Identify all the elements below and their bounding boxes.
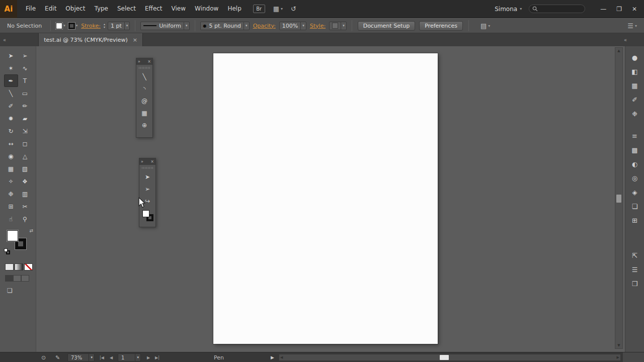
paintbrush-tool[interactable]: ✐ xyxy=(4,100,18,112)
minimize-button[interactable]: — xyxy=(600,6,606,13)
direct-selection-tool[interactable]: ➢ xyxy=(18,49,32,62)
rotate-tool[interactable]: ↻ xyxy=(4,125,18,137)
stroke-weight-select[interactable]: 1 pt ▾ xyxy=(108,22,130,30)
column-graph-tool[interactable]: ▥ xyxy=(18,188,32,200)
stepper-down-icon[interactable]: ▾ xyxy=(104,26,105,29)
pencil-tool[interactable]: ✏ xyxy=(18,100,32,112)
lasso-tool[interactable]: ∿ xyxy=(18,62,32,74)
collapse-panel-icon[interactable]: « xyxy=(0,37,9,43)
artboard-tool[interactable]: ⊞ xyxy=(4,200,18,213)
brush-definition-select[interactable]: ● 5 pt. Round ▾ xyxy=(200,22,250,30)
stroke-color-control[interactable]: ▾ xyxy=(68,23,78,29)
line-segment-tool[interactable]: ╲ xyxy=(138,71,150,83)
horizontal-scroll-thumb[interactable] xyxy=(440,355,449,360)
panel-symbols[interactable]: ❉ xyxy=(628,108,642,120)
first-artboard-button[interactable]: |◀ xyxy=(100,352,104,362)
menu-select[interactable]: Select xyxy=(113,0,140,18)
style-panel-link[interactable]: Style: xyxy=(310,23,326,29)
selection-tool[interactable]: ➤ xyxy=(141,171,153,183)
bridge-button[interactable]: Br xyxy=(253,5,265,13)
symbol-sprayer-tool[interactable]: ❉ xyxy=(4,188,18,200)
swap-fill-stroke-icon[interactable]: ⇄ xyxy=(29,228,33,233)
rectangle-tool[interactable]: ▭ xyxy=(18,87,32,100)
panel-artboards[interactable]: ⊞ xyxy=(628,214,642,226)
type-tool[interactable]: T xyxy=(18,74,32,87)
panel-grip[interactable] xyxy=(142,167,153,169)
expand-icon[interactable]: » xyxy=(138,58,140,65)
free-transform-tool[interactable]: ◻ xyxy=(18,137,32,150)
pen-tool[interactable]: ✒ xyxy=(4,74,18,87)
restore-button[interactable]: ❐ xyxy=(616,6,622,13)
fill-color-control[interactable]: ▾ xyxy=(56,23,65,29)
width-tool[interactable]: ↔ xyxy=(4,137,18,150)
expand-icon[interactable]: » xyxy=(141,158,143,165)
search-box[interactable] xyxy=(529,5,585,13)
arc-tool[interactable]: ◝ xyxy=(138,83,150,95)
panel-stroke[interactable]: ≡ xyxy=(628,130,642,142)
scale-tool[interactable]: ⇲ xyxy=(18,125,32,137)
control-panel-menu-icon[interactable]: ☰ ▾ xyxy=(627,22,637,30)
slice-tool[interactable]: ✂ xyxy=(18,200,32,213)
panel-transparency[interactable]: ◐ xyxy=(628,158,642,170)
sync-icon[interactable]: ↺ xyxy=(291,5,296,13)
blob-brush-tool[interactable]: ✹ xyxy=(4,112,18,125)
rectangular-grid-tool[interactable]: ▦ xyxy=(138,107,150,119)
shape-builder-tool[interactable]: ◉ xyxy=(4,150,18,162)
workspace-switcher[interactable]: ▦ ▾ xyxy=(273,5,283,13)
panel-pathfinder[interactable]: ❒ xyxy=(628,278,642,290)
menu-help[interactable]: Help xyxy=(223,0,246,18)
scroll-up-icon[interactable]: ▲ xyxy=(615,48,622,54)
panel-transform[interactable]: ⇱ xyxy=(628,249,642,261)
panel-layers[interactable]: ❏ xyxy=(628,200,642,212)
scroll-down-icon[interactable]: ▼ xyxy=(615,342,622,348)
panel-gradient[interactable]: ▩ xyxy=(628,144,642,156)
zoom-tool[interactable]: ⚲ xyxy=(18,213,32,225)
eyedropper-tool[interactable]: ✧ xyxy=(4,175,18,188)
color-button[interactable] xyxy=(5,263,14,270)
gradient-tool[interactable]: ▧ xyxy=(18,162,32,175)
menu-window[interactable]: Window xyxy=(190,0,223,18)
scroll-left-icon[interactable]: ◀ xyxy=(280,354,283,360)
line-segment-tool[interactable]: ╲ xyxy=(4,87,18,100)
draw-inside-button[interactable] xyxy=(21,275,29,282)
last-artboard-button[interactable]: ▶| xyxy=(155,352,159,362)
gradient-button[interactable] xyxy=(15,263,23,270)
opacity-select[interactable]: 100% ▾ xyxy=(279,22,306,30)
close-icon[interactable]: × xyxy=(147,58,151,65)
artboard-number-field[interactable]: 1 ▾ xyxy=(118,353,141,361)
draw-normal-button[interactable] xyxy=(5,275,13,282)
panel-title-bar[interactable]: » × xyxy=(139,158,155,165)
collapse-dock-icon[interactable]: « xyxy=(621,37,630,43)
draw-behind-button[interactable] xyxy=(13,275,21,282)
eraser-tool[interactable]: ▰ xyxy=(18,112,32,125)
width-profile-select[interactable]: Uniform ▾ xyxy=(140,22,189,30)
menu-view[interactable]: View xyxy=(167,0,190,18)
panel-fill-stroke-proxy[interactable] xyxy=(139,209,155,224)
style-select[interactable]: ▾ xyxy=(329,22,347,30)
status-options-icon[interactable]: ▶ xyxy=(271,352,274,362)
close-icon[interactable]: × xyxy=(150,158,154,165)
status-target-icon[interactable]: ⊙ xyxy=(41,352,46,362)
document-tab[interactable]: test.ai @ 73% (CMYK/Preview) × xyxy=(38,33,143,46)
spiral-tool[interactable]: @ xyxy=(138,95,150,107)
document-setup-button[interactable]: Document Setup xyxy=(358,21,416,31)
user-dropdown[interactable]: Simona ▾ xyxy=(495,6,522,13)
default-colors-icon[interactable] xyxy=(4,248,11,255)
menu-type[interactable]: Type xyxy=(90,0,113,18)
panel-color-guide[interactable]: ◧ xyxy=(628,65,642,77)
resize-grip[interactable] xyxy=(623,352,644,362)
status-edit-icon[interactable]: ✎ xyxy=(55,352,60,362)
vertical-scroll-thumb[interactable] xyxy=(616,195,621,203)
menu-effect[interactable]: Effect xyxy=(140,0,167,18)
stroke-weight-stepper[interactable]: ▴ ▾ xyxy=(104,23,105,29)
fill-color-box[interactable] xyxy=(7,230,18,241)
panel-appearance[interactable]: ◎ xyxy=(628,172,642,184)
panel-align[interactable]: ☰ xyxy=(628,263,642,276)
selection-tool[interactable]: ➤ xyxy=(4,49,18,62)
screen-mode-button[interactable]: ❏ xyxy=(7,287,36,294)
panel-brushes[interactable]: ✐ xyxy=(628,94,642,106)
perspective-grid-tool[interactable]: △ xyxy=(18,150,32,162)
tab-close-icon[interactable]: × xyxy=(133,37,137,43)
next-artboard-button[interactable]: ▶ xyxy=(147,352,150,362)
zoom-level-select[interactable]: 73% ▾ xyxy=(67,353,95,361)
